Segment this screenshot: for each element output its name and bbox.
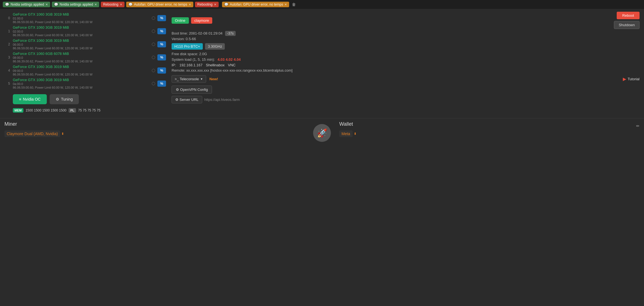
disk-value: Free disk space: 2.0G [172,52,207,56]
remote-value: Remote: xx.xxx.xxx.xxx [hostxx-xxx-xxx-x… [172,68,292,72]
notif-text-1: Nvidia settings applied [11,3,44,6]
notif-text-2: Nvidia settings applied [60,3,93,6]
mem-badge: MEM [13,108,23,113]
ip-row: IP: 192.168.1.167 Shellinabox VNC [172,63,640,67]
notif-badge-2[interactable]: 💬 Nvidia settings applied ✕ [52,2,99,7]
gpu-power-5: 86.06.59.00.60, Power Limit 60.00 W, 120… [13,86,150,89]
gpu-dot-2 [152,43,155,46]
gpu-index-2: 2 [4,42,10,46]
notif-text-6: Autofan: GPU driver error, no temps [230,3,283,6]
notif-badge-6[interactable]: 💬 Autofan: GPU driver error, no temps ✕ [222,2,289,7]
online-badge: Online [172,17,189,24]
tutorial-label: Tutorial [628,77,640,81]
pl-badge: PL [69,108,76,113]
gpu-name-1: GeForce GTX 1060 3GB 3019 MiB [13,25,150,30]
motherboard-badge: H110 Pro BTC+ [172,43,203,50]
gpu-power-0: 86.06.59.00.60, Power Limit 60.00 W, 120… [13,20,150,24]
server-url-value: https://api.hiveos.farm [204,98,240,102]
msg-icon-4: 💬 [128,3,133,6]
gpu-details-1: 02:00.0 [13,30,150,33]
close-notif-5[interactable]: ✕ [214,3,216,6]
gpu-info-5: GeForce GTX 1060 3GB 3019 MiB 0a:00.0 86… [13,78,150,89]
close-notif-6[interactable]: ✕ [284,3,287,6]
gpu-dot-0 [152,16,155,20]
miner-dropdown[interactable]: Claymore Dual (AMD, Nvidia) [4,130,60,137]
notif-badge-1[interactable]: 💬 Nvidia settings applied ✕ [3,2,50,7]
teleconsole-button[interactable]: >_ Teleconsole ▼ [172,75,206,83]
gpu-percent-btn-0[interactable]: % [157,15,166,21]
close-notif-4[interactable]: ✕ [189,3,191,6]
notif-badge-5[interactable]: Rebooting ✕ [195,2,219,7]
main-content: 0 GeForce GTX 1060 3GB 3019 MiB 01:00.0 … [0,9,644,115]
reboot-button[interactable]: Reboot [617,12,640,19]
server-url-button[interactable]: ⚙ Server URL [172,96,202,103]
miner-section-title: Miner [4,121,305,127]
shellinabox-link[interactable]: Shellinabox [206,63,225,67]
gpu-details-4: 09:00.0 [13,69,150,72]
oc-buttons: ≡ Nvidia OC ⚙ Tuning [13,94,166,104]
notif-badge-3[interactable]: Rebooting ✕ [101,2,125,7]
hw-badges: H110 Pro BTC+ 3.30GHz [172,43,640,50]
gpu-row-2: 2 GeForce GTX 1060 3GB 3019 MiB 06:00.0 … [4,38,166,50]
close-notif-1[interactable]: ✕ [45,3,48,6]
openvpn-config-button[interactable]: ⚙ OpenVPN Config [172,86,212,94]
gpu-row-4: 4 GeForce GTX 1060 3GB 3019 MiB 09:00.0 … [4,64,166,77]
gpu-details-5: 0a:00.0 [13,82,150,86]
gpu-panel: 0 GeForce GTX 1060 3GB 3019 MiB 01:00.0 … [4,12,166,113]
gpu-percent-btn-2[interactable]: % [157,41,166,47]
openvpn-row: ⚙ OpenVPN Config [172,86,640,94]
gpu-details-2: 06:00.0 [13,43,150,46]
tutorial-link[interactable]: ▶ Tutorial [623,76,640,82]
gpu-index-0: 0 [4,16,10,20]
system-load-values: 4.03 4.02 4.04 [218,57,241,62]
gpu-index-5: 5 [4,82,10,86]
shutdown-button[interactable]: Shutdown [614,21,640,29]
gpu-info-0: GeForce GTX 1060 3GB 3019 MiB 01:00.0 86… [13,12,150,24]
notif-text-3: Rebooting [103,3,118,6]
gpu-dot-3 [152,56,155,59]
right-panel: Online claymore Reboot Shutdown Boot tim… [172,12,640,113]
gpu-percent-btn-4[interactable]: % [157,67,166,74]
server-url-row: ⚙ Server URL https://api.hiveos.farm [172,96,640,103]
gpu-name-5: GeForce GTX 1060 3GB 3019 MiB [13,78,150,82]
gpu-details-3: 08:00.0 [13,56,150,59]
gpu-percent-btn-1[interactable]: % [157,28,166,34]
clear-all-notifications-button[interactable]: 🗑 [291,2,297,7]
wallet-dropdown-arrow: ⬍ [354,132,357,136]
gpu-info-3: GeForce GTX 1060 6GB 6078 MiB 08:00.0 86… [13,52,150,63]
gpu-row-3: 3 GeForce GTX 1060 6GB 6078 MiB 08:00.0 … [4,51,166,64]
miner-dropdown-arrow: ⬍ [61,132,64,136]
boot-time-label: Boot time: 2081-02-08 01:29:04 [172,31,223,35]
gpu-name-4: GeForce GTX 1060 3GB 3019 MiB [13,65,150,69]
cpu-speed-badge: 3.30GHz [205,43,225,50]
gpu-percent-btn-3[interactable]: % [157,54,166,60]
miner-badge: claymore [191,17,213,24]
msg-icon-2: 💬 [54,3,58,6]
ip-label: IP: [172,63,176,67]
notif-badge-4[interactable]: 💬 Autofan: GPU driver error, no temps ✕ [126,2,193,7]
tuning-button[interactable]: ⚙ Tuning [50,94,79,104]
boot-offset-badge: -37s [225,31,235,36]
gpu-power-1: 86.06.59.00.60, Power Limit 60.00 W, 120… [13,33,150,37]
nvidia-oc-button[interactable]: ≡ Nvidia OC [13,94,47,104]
vnc-link[interactable]: VNC [228,63,235,67]
close-notif-3[interactable]: ✕ [120,3,122,6]
wallet-dropdown[interactable]: Meta [339,130,353,137]
gpu-name-3: GeForce GTX 1060 6GB 6078 MiB [13,52,150,56]
system-load-line: System load (1, 5, 15 min): 4.03 4.02 4.… [172,57,640,62]
wallet-edit-icon[interactable]: ✏ [636,124,640,128]
gpu-dot-5 [152,82,155,85]
notif-text-5: Rebooting [197,3,213,6]
wallet-section: Wallet ✏ Meta ⬍ [339,121,640,145]
gpu-name-2: GeForce GTX 1060 3GB 3019 MiB [13,38,150,43]
gpu-row-5: 5 GeForce GTX 1060 3GB 3019 MiB 0a:00.0 … [4,77,166,90]
gpu-dot-1 [152,30,155,33]
gpu-name-0: GeForce GTX 1060 3GB 3019 MiB [13,12,150,16]
close-notif-2[interactable]: ✕ [94,3,97,6]
remote-line: Remote: xx.xxx.xxx.xxx [hostxx-xxx-xxx-x… [172,68,640,72]
disk-line: Free disk space: 2.0G [172,52,640,56]
gpu-row-1: 1 GeForce GTX 1060 3GB 3019 MiB 02:00.0 … [4,25,166,37]
boot-time-line: Boot time: 2081-02-08 01:29:04 -37s [172,31,640,35]
gpu-index-3: 3 [4,55,10,59]
gpu-percent-btn-5[interactable]: % [157,81,166,87]
